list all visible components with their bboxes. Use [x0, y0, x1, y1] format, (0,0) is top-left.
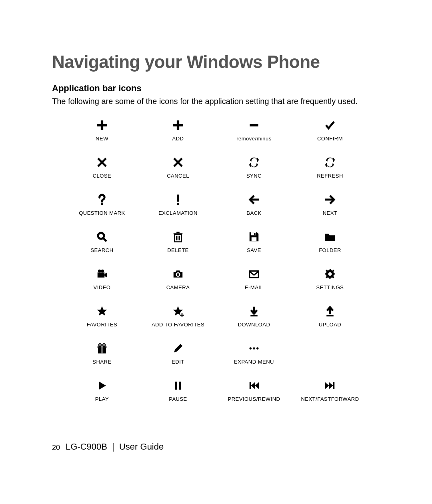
svg-point-7: [177, 203, 179, 205]
cell-edit: EDIT: [140, 341, 216, 365]
email-icon: [248, 267, 260, 281]
cell-cancel: CANCEL: [140, 155, 216, 179]
pause-icon: [172, 378, 184, 393]
arrow-right-icon: [324, 192, 336, 207]
cell-play: PLAY: [64, 378, 140, 402]
cell-empty: [292, 341, 368, 365]
x-icon: [96, 155, 108, 170]
svg-point-5: [101, 203, 103, 205]
label-upload: UPLOAD: [319, 322, 341, 328]
label-close: CLOSE: [93, 173, 112, 179]
footer-guide: User Guide: [119, 442, 164, 452]
cell-settings: SETTINGS: [292, 267, 368, 290]
label-add: ADD: [172, 136, 184, 142]
svg-point-34: [103, 344, 105, 346]
cell-back: BACK: [216, 192, 292, 216]
exclamation-icon: [172, 192, 184, 207]
icon-grid: NEW ADD remove/minus CONFIRM CLOSE: [64, 118, 368, 402]
label-settings: SETTINGS: [316, 284, 344, 290]
footer-model: LG-C900B: [66, 442, 107, 452]
arrow-left-icon: [248, 192, 260, 207]
cell-upload: UPLOAD: [292, 304, 368, 328]
svg-rect-41: [333, 382, 335, 389]
cell-folder: FOLDER: [292, 230, 368, 253]
cell-expand: EXPAND MENU: [216, 341, 292, 365]
star-plus-icon: [172, 304, 184, 318]
label-addfav: ADD TO FAVORITES: [152, 322, 204, 328]
label-delete: DELETE: [167, 247, 189, 253]
svg-rect-32: [102, 346, 103, 354]
pencil-icon: [172, 341, 184, 356]
cell-addfav: ADD TO FAVORITES: [140, 304, 216, 328]
cell-pause: PAUSE: [140, 378, 216, 402]
label-sync: SYNC: [246, 173, 262, 179]
svg-point-37: [256, 347, 259, 350]
play-icon: [96, 378, 108, 393]
refresh-icon: [324, 155, 336, 170]
previous-icon: [248, 378, 260, 393]
cell-delete: DELETE: [140, 230, 216, 253]
svg-rect-39: [179, 382, 181, 390]
cell-nextff: NEXT/FASTFORWARD: [292, 378, 368, 402]
label-play: PLAY: [95, 396, 109, 402]
label-pause: PAUSE: [169, 396, 187, 402]
cell-favorites: FAVORITES: [64, 304, 140, 328]
svg-rect-4: [250, 124, 258, 126]
camera-icon: [172, 267, 184, 281]
svg-point-8: [98, 233, 104, 239]
cell-email: E-MAIL: [216, 267, 292, 290]
minus-icon: [248, 118, 260, 132]
cell-save: SAVE: [216, 230, 292, 253]
video-icon: [96, 267, 108, 281]
label-confirm: CONFIRM: [317, 136, 343, 142]
cell-video: VIDEO: [64, 267, 140, 290]
cell-close: CLOSE: [64, 155, 140, 179]
question-icon: [96, 192, 108, 207]
check-icon: [324, 118, 336, 132]
page-number: 20: [52, 444, 60, 452]
footer-text: LG-C900B | User Guide: [66, 442, 164, 452]
svg-point-35: [250, 347, 252, 350]
cell-download: DOWNLOAD: [216, 304, 292, 328]
label-edit: EDIT: [172, 359, 184, 365]
label-camera: CAMERA: [166, 284, 190, 290]
label-search: SEARCH: [90, 247, 113, 253]
svg-rect-3: [174, 124, 183, 126]
cell-question: QUESTION MARK: [64, 192, 140, 216]
svg-rect-38: [175, 382, 177, 390]
cell-add: ADD: [140, 118, 216, 142]
cell-refresh: REFRESH: [292, 155, 368, 179]
label-back: BACK: [246, 210, 261, 216]
gear-icon: [324, 267, 336, 281]
svg-point-36: [253, 347, 255, 350]
fastforward-icon: [324, 378, 336, 393]
plus-icon: [172, 118, 184, 132]
label-question: QUESTION MARK: [79, 210, 125, 216]
folder-icon: [324, 230, 336, 244]
svg-point-24: [328, 272, 332, 276]
cell-remove: remove/minus: [216, 118, 292, 142]
cell-share: SHARE: [64, 341, 140, 365]
label-next: NEXT: [323, 210, 338, 216]
label-expand: EXPAND MENU: [234, 359, 274, 365]
svg-rect-18: [254, 233, 256, 235]
dots-icon: [248, 341, 260, 356]
cell-sync: SYNC: [216, 155, 292, 179]
svg-rect-21: [98, 272, 105, 278]
x-icon: [172, 155, 184, 170]
page: Navigating your Windows Phone Applicatio…: [0, 0, 432, 504]
sync-icon: [248, 155, 260, 170]
svg-point-20: [101, 270, 104, 273]
page-footer: 20 LG-C900B | User Guide: [52, 442, 164, 452]
label-exclam: EXCLAMATION: [158, 210, 198, 216]
footer-sep: |: [112, 442, 114, 452]
cell-camera: CAMERA: [140, 267, 216, 290]
label-prev: PREVIOUS/REWIND: [228, 396, 280, 402]
svg-rect-6: [177, 195, 179, 202]
label-cancel: CANCEL: [167, 173, 189, 179]
label-refresh: REFRESH: [317, 173, 343, 179]
label-new: NEW: [96, 136, 108, 142]
svg-rect-1: [98, 124, 107, 126]
svg-line-9: [104, 238, 107, 242]
cell-prev: PREVIOUS/REWIND: [216, 378, 292, 402]
